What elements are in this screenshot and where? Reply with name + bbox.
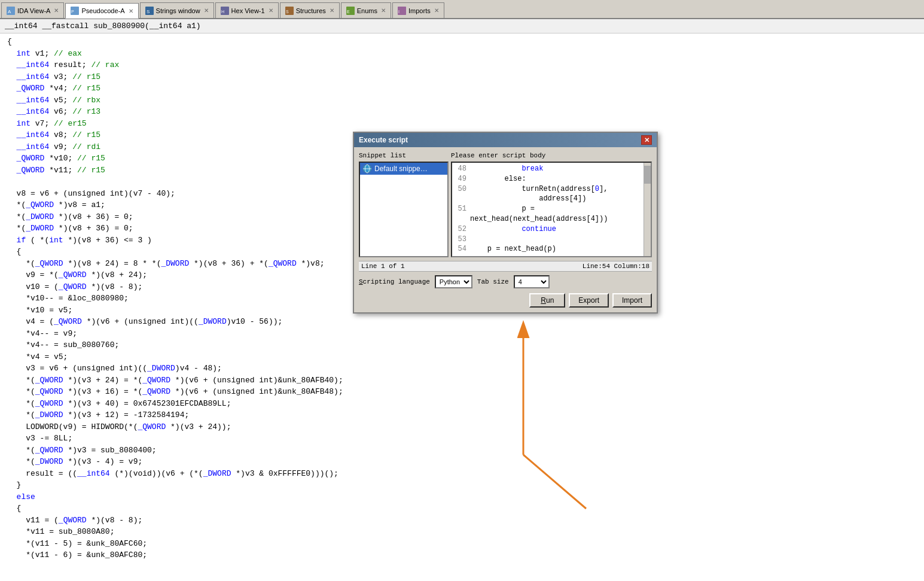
code-line: v3 = v6 + (unsigned int)((_DWORD)v4 - 48… [7, 363, 917, 375]
ida-icon: A [7, 7, 15, 15]
svg-text:E: E [347, 10, 350, 14]
code-editor-line: 51 p = next_head(next_head(address[4])) [453, 204, 641, 224]
tab-size-select[interactable]: 4 2 8 [514, 275, 550, 288]
export-button[interactable]: Export [569, 293, 609, 308]
svg-text:A: A [8, 9, 11, 14]
code-editor-box[interactable]: 48 break 49 else: 50 turnRetn(address[0]… [451, 162, 652, 257]
tab-enums[interactable]: E Enums ✕ [341, 2, 391, 18]
code-line: v3 -= 8LL; [7, 433, 917, 445]
dialog-title: Execute script [359, 136, 408, 144]
code-line: } [7, 479, 917, 491]
code-line: v11 = (_QWORD *)(v8 - 8); [7, 515, 917, 527]
code-line: *(_QWORD *)v3 = sub_8080400; [7, 445, 917, 457]
enum-icon: E [346, 7, 355, 15]
run-label: Run [541, 296, 554, 305]
run-button[interactable]: Run [529, 293, 565, 308]
code-line: *(v11 - 6) = &unk_80AFC80; [7, 549, 917, 561]
code-line: *(_QWORD *)(v3 + 16) = *(_QWORD *)(v6 + … [7, 386, 917, 398]
code-editor-line: 49 else: [453, 174, 641, 184]
code-line: int v7; // er15 [7, 118, 917, 130]
tab-strings-close[interactable]: ✕ [204, 7, 209, 14]
execute-script-dialog: Execute script ✕ Snippet list [353, 132, 658, 314]
tab-hex-label: Hex View-1 [231, 7, 265, 14]
code-line: *v4-- = v9; [7, 328, 917, 340]
scrollbar-track[interactable] [644, 163, 651, 256]
code-line: else [7, 491, 917, 503]
snippet-name: Default snippe… [374, 165, 428, 173]
dialog-body: Snippet list Default snippe… [354, 147, 657, 312]
code-line: __int64 v6; // r13 [7, 106, 917, 118]
code-line: *v4 = v5; [7, 351, 917, 363]
tab-imports-label: Imports [408, 7, 431, 14]
import-label: Import [622, 296, 642, 305]
tab-struct-close[interactable]: ✕ [330, 7, 334, 14]
dialog-columns: Snippet list Default snippe… [359, 152, 652, 257]
scripting-row: Scripting language Python IDC Tab size 4… [359, 275, 652, 288]
tab-hex-view[interactable]: H Hex View-1 ✕ [215, 2, 279, 18]
code-editor-line: 48 break [453, 164, 641, 174]
import-icon: I [398, 7, 406, 15]
code-line: *(v11 - 5) = &unk_80AFC60; [7, 538, 917, 550]
dialog-button-row: Run Export Import [359, 293, 652, 308]
dialog-close-button[interactable]: ✕ [641, 135, 652, 145]
tab-ida-close[interactable]: ✕ [54, 7, 59, 14]
svg-text:S: S [286, 10, 289, 14]
code-line: result = ((__int64 (*)(void))(v6 + (*(_D… [7, 468, 917, 480]
snippet-list-panel: Snippet list Default snippe… [359, 152, 449, 257]
code-editor-line: 53 [453, 235, 641, 245]
code-line: __int64 v5; // rbx [7, 95, 917, 107]
tab-ida-label: IDA View-A [17, 7, 50, 14]
scripting-label: Scripting language [359, 278, 430, 285]
scrollbar-thumb[interactable] [644, 166, 651, 184]
tab-ida-view-a[interactable]: A IDA View-A ✕ [1, 2, 64, 18]
tab-bar: A IDA View-A ✕ P Pseudocode-A ✕ S String… [0, 0, 924, 19]
func-header-text: __int64 __fastcall sub_8080900(__int64 a… [5, 22, 201, 31]
code-editor-line: 52 continue [453, 224, 641, 235]
hex-icon: H [221, 7, 229, 15]
code-line: LODWORD(v9) = HIDWORD(*(_QWORD *)(v3 + 2… [7, 421, 917, 433]
code-line: *(_QWORD *)(v3 + 40) = 0x67452301EFCDAB8… [7, 398, 917, 410]
struct-icon: S [285, 7, 294, 15]
dialog-status-row: Line 1 of 1 Line:54 Column:18 [359, 261, 652, 272]
snippet-list-box[interactable]: Default snippe… [359, 162, 449, 257]
tab-pseudo-label: Pseudocode-A [81, 7, 124, 14]
tab-strings-window[interactable]: S Strings window ✕ [140, 2, 214, 18]
tab-imports-close[interactable]: ✕ [434, 7, 439, 14]
snippet-list-label: Snippet list [359, 152, 449, 159]
code-line: *(_QWORD *)(v3 + 24) = *(_QWORD *)(v6 + … [7, 375, 917, 387]
status-left: Line 1 of 1 [361, 263, 405, 270]
tab-pseudo-close[interactable]: ✕ [129, 8, 133, 14]
code-line: *(_DWORD *)(v3 - 4) = v9; [7, 456, 917, 468]
snippet-globe-icon [362, 164, 372, 174]
code-line: _QWORD *v4; // r15 [7, 83, 917, 95]
tab-enum-close[interactable]: ✕ [381, 7, 386, 14]
svg-text:P: P [71, 10, 74, 14]
code-editor-line: 50 turnRetn(address[0], address[4]) [453, 184, 641, 205]
tab-hex-close[interactable]: ✕ [269, 7, 273, 14]
code-line: *v11 = sub_8080A80; [7, 526, 917, 538]
code-line: *(_DWORD *)(v3 + 12) = -1732584194; [7, 409, 917, 421]
strings-icon: S [145, 7, 154, 15]
tab-size-label: Tab size [477, 278, 509, 285]
code-line: *v4-- = sub_8080760; [7, 339, 917, 351]
pseudo-icon: P [71, 7, 79, 15]
code-body-label: Please enter script body [451, 152, 652, 159]
tab-pseudocode-a[interactable]: P Pseudocode-A ✕ [65, 3, 138, 19]
svg-text:I: I [398, 10, 400, 14]
func-header: __int64 __fastcall sub_8080900(__int64 a… [0, 19, 924, 34]
code-line: v4 = (_QWORD *)(v6 + (unsigned int)((_DW… [7, 316, 917, 328]
svg-text:H: H [221, 10, 224, 14]
svg-text:S: S [147, 9, 150, 14]
import-button[interactable]: Import [612, 293, 652, 308]
tab-strings-label: Strings window [156, 7, 200, 14]
code-line: { [7, 503, 917, 515]
code-line: int v1; // eax [7, 48, 917, 60]
code-editor-panel: Please enter script body 48 break 49 [451, 152, 652, 257]
code-line: __int64 v3; // r15 [7, 71, 917, 83]
code-line: { [7, 36, 917, 48]
tab-struct-label: Structures [296, 7, 326, 14]
tab-imports[interactable]: I Imports ✕ [392, 2, 444, 18]
tab-structures[interactable]: S Structures ✕ [280, 2, 340, 18]
snippet-item-default[interactable]: Default snippe… [360, 163, 447, 175]
scripting-language-select[interactable]: Python IDC [435, 275, 472, 288]
